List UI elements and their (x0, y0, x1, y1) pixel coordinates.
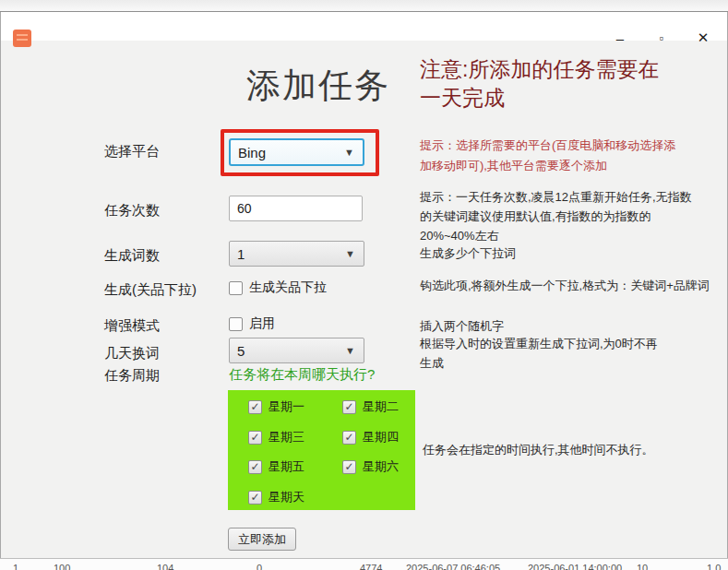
chevron-down-icon: ▼ (345, 248, 355, 259)
weekday-checkbox-saturday[interactable]: 星期六 (342, 458, 399, 475)
related-pulldown-label: 生成(关品下拉) (104, 281, 197, 299)
window-left-border (0, 12, 1, 558)
task-cycle-label: 任务周期 (104, 367, 160, 385)
weekday-checkbox-monday[interactable]: 星期一 (248, 398, 304, 415)
background-cell: 104 (157, 563, 173, 570)
weekday-checkbox-friday[interactable]: 星期五 (248, 458, 304, 475)
checkbox-checked-icon (342, 431, 356, 445)
word-count-dropdown-value: 1 (237, 246, 345, 262)
background-cell: 2025-06-07 06:46:05 (406, 563, 500, 570)
task-count-label: 任务次数 (104, 202, 160, 220)
weekday-checkbox-sunday[interactable]: 星期天 (248, 489, 304, 505)
app-icon-lines (17, 34, 28, 42)
weekday-label: 星期四 (363, 429, 399, 445)
maximize-button[interactable]: ▫ (646, 26, 677, 50)
enhanced-mode-label: 增强模式 (104, 317, 160, 335)
task-count-hint: 提示：一天任务次数,凌晨12点重新开始任务,无指数的关键词建议使用默认值,有指数… (420, 187, 695, 245)
background-cell: 2025-06-01 14:00:00 (528, 563, 622, 570)
checkbox-checked-icon (342, 460, 356, 474)
weekday-label: 星期二 (363, 398, 399, 415)
task-cycle-question: 任务将在本周哪天执行? (229, 366, 375, 384)
page-title: 添加任务 (246, 63, 390, 109)
chevron-down-icon: ▼ (344, 147, 354, 158)
background-cell: 4774 (360, 563, 382, 570)
related-pulldown-checkbox[interactable]: 生成关品下拉 (229, 279, 327, 296)
submit-button[interactable]: 立即添加 (228, 528, 296, 551)
enhanced-mode-checkbox-label: 启用 (249, 315, 275, 332)
checkbox-unchecked-icon (229, 317, 243, 331)
weekday-label: 星期天 (269, 489, 304, 505)
days-change-dropdown-value: 5 (237, 343, 345, 359)
warning-text: 注意:所添加的任务需要在一天完成 (420, 55, 676, 113)
weekday-panel: 星期一 星期二 星期三 星期四 星期五 星期六 星期天 (228, 390, 415, 510)
window-top-edge (0, 0, 728, 12)
weekday-checkbox-thursday[interactable]: 星期四 (342, 429, 399, 445)
platform-hint: 提示：选择所需要的平台(百度电脑和移动选择添加移动即可),其他平台需要逐个添加 (420, 136, 683, 176)
weekday-label: 星期六 (363, 458, 399, 475)
word-count-dropdown[interactable]: 1 ▼ (229, 241, 364, 267)
platform-dropdown-value: Bing (238, 145, 344, 160)
close-button[interactable]: ✕ (687, 26, 719, 50)
background-cell: 10 (637, 563, 648, 570)
weekday-hint: 任务会在指定的时间执行,其他时间不执行。 (423, 440, 654, 459)
checkbox-unchecked-icon (229, 281, 243, 295)
checkbox-checked-icon (248, 431, 262, 445)
days-change-hint: 根据导入时的设置重新生成下拉词,为0时不再生成 (420, 334, 667, 373)
chevron-down-icon: ▼ (345, 345, 355, 356)
days-change-dropdown[interactable]: 5 ▼ (229, 338, 364, 363)
background-cell: 1 (13, 563, 18, 570)
checkbox-checked-icon (248, 400, 262, 414)
weekday-label: 星期三 (269, 429, 304, 445)
enhanced-mode-hint: 插入两个随机字 (420, 316, 504, 336)
weekday-checkbox-wednesday[interactable]: 星期三 (248, 429, 304, 445)
background-cell: 0 (257, 563, 262, 570)
platform-dropdown[interactable]: Bing ▼ (229, 138, 364, 166)
weekday-checkbox-tuesday[interactable]: 星期二 (342, 398, 399, 415)
checkbox-checked-icon (342, 400, 356, 414)
background-cell: 1.0 (707, 563, 721, 570)
background-cell: 100 (54, 563, 70, 570)
checkbox-checked-icon (248, 491, 262, 505)
platform-label: 选择平台 (104, 143, 160, 160)
app-icon (13, 30, 31, 47)
task-count-input[interactable] (229, 196, 363, 221)
background-window-row: 1 100 104 0 4774 2025-06-07 06:46:05 202… (0, 558, 728, 570)
weekday-label: 星期五 (269, 458, 304, 475)
related-pulldown-checkbox-label: 生成关品下拉 (249, 279, 327, 296)
days-change-label: 几天换词 (104, 345, 160, 362)
window-titlebar[interactable]: – ▫ ✕ (0, 12, 728, 41)
word-count-label: 生成词数 (104, 247, 160, 265)
weekday-label: 星期一 (269, 398, 304, 415)
word-count-hint: 生成多少个下拉词 (420, 243, 516, 263)
checkbox-checked-icon (248, 460, 262, 474)
enhanced-mode-checkbox[interactable]: 启用 (229, 315, 275, 332)
related-pulldown-hint: 钩选此项,将额外生成一个下拉,格式为：关键词+品牌词 (420, 276, 710, 295)
minimize-button[interactable]: – (604, 26, 636, 50)
